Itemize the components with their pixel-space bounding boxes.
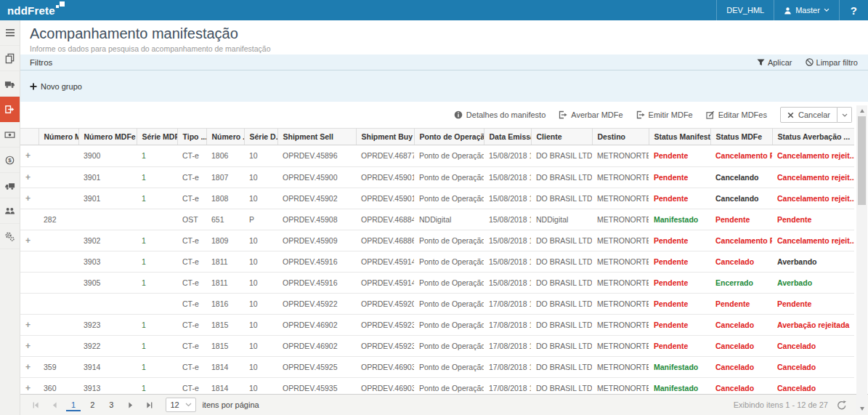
cell-cliente: DO BRASIL LTDA-GU... — [531, 251, 592, 272]
column-header-cliente[interactable]: Cliente — [531, 129, 592, 145]
pager-page-2[interactable]: 2 — [85, 398, 100, 411]
column-header-numero[interactable]: Número ... — [206, 129, 244, 145]
pager-prev-button[interactable] — [45, 402, 64, 408]
column-header-data_emissao[interactable]: Data Emissã... — [484, 129, 531, 145]
table-row[interactable]: 39001CT-e180610OPRDEV.45896OPRDEV.46877P… — [20, 145, 854, 166]
apply-filter-button[interactable]: Aplicar — [757, 58, 792, 67]
help-button[interactable]: ? — [839, 0, 868, 20]
cell-shipment_sell: OPRDEV.45902 — [277, 188, 356, 209]
grid-rows-viewport: 39001CT-e180610OPRDEV.45896OPRDEV.46877P… — [20, 145, 868, 394]
cancel-dropdown-button[interactable] — [837, 107, 852, 123]
table-row[interactable]: 39231CT-e181510OPRDEV.46902OPRDEV.45923P… — [20, 314, 854, 335]
manifest-details-button[interactable]: Detalhes do manifesto — [454, 110, 545, 119]
cell-numero_manifestacao: 359 — [38, 356, 78, 377]
cell-data_emissao: 15/08/2018 1... — [484, 230, 531, 251]
cell-cliente: DO BRASIL LTDA-GU... — [531, 314, 592, 335]
scroll-up-arrow[interactable] — [856, 105, 867, 116]
cell-numero_manifestacao: 282 — [38, 209, 78, 230]
column-header-shipment_sell[interactable]: Shipment Sell — [277, 129, 356, 145]
expand-row-button[interactable] — [20, 335, 38, 356]
sidebar-item-payment[interactable] — [0, 122, 20, 148]
cell-shipment_buy: OPRDEV.46903 — [356, 356, 414, 377]
hamburger-menu-icon — [5, 28, 15, 37]
table-row[interactable]: 39011CT-e180810OPRDEV.45902OPRDEV.45901P… — [20, 188, 854, 209]
grid-body-table: 39001CT-e180610OPRDEV.45896OPRDEV.46877P… — [20, 145, 854, 394]
cell-cliente: DO BRASIL LTDA-GU... — [531, 272, 592, 293]
page-size-select[interactable]: 12 — [166, 398, 196, 412]
pager-last-button[interactable] — [139, 402, 158, 408]
sidebar-item-manifest[interactable] — [0, 97, 20, 122]
cancel-button[interactable]: Cancelar — [780, 107, 837, 123]
cell-status_averbacao: Cancelamento rejeit... — [772, 188, 854, 209]
expand-row-button[interactable] — [20, 166, 38, 188]
averbar-mdfe-button[interactable]: Averbar MDFe — [559, 110, 622, 119]
cell-numero_manifestacao — [38, 188, 78, 209]
column-header-ponto_operacao[interactable]: Ponto de Operação — [414, 129, 484, 145]
sidebar-item-delivery[interactable] — [0, 173, 20, 198]
cell-status_averbacao: Averbando — [772, 251, 854, 272]
emitir-mdfe-button[interactable]: Emitir MDFe — [636, 110, 693, 119]
pager-page-1[interactable]: 1 — [66, 398, 81, 411]
scroll-down-arrow[interactable] — [856, 403, 867, 414]
scrollbar-thumb[interactable] — [858, 116, 866, 205]
sidebar-item-freight[interactable] — [0, 71, 20, 97]
cell-numero_manifestacao — [38, 166, 78, 188]
table-row[interactable]: 39221CT-e181510OPRDEV.46902OPRDEV.45923P… — [20, 335, 854, 356]
column-header-numero_mdfe[interactable]: Número MDFe — [78, 129, 137, 145]
column-header-tipo[interactable]: Tipo ... — [177, 129, 206, 145]
table-row[interactable]: CT-e181610OPRDEV.45922OPRDEV.45920Ponto … — [20, 293, 854, 314]
expand-row-button[interactable] — [20, 145, 38, 166]
editar-mdfes-button[interactable]: Editar MDFes — [706, 110, 767, 119]
column-header-destino[interactable]: Destino — [592, 129, 649, 145]
table-row[interactable]: 39011CT-e180710OPRDEV.45900OPRDEV.45901P… — [20, 166, 854, 188]
pager-page-3[interactable]: 3 — [104, 398, 118, 411]
column-header-status_averbacao[interactable]: Status Averbação ... — [772, 129, 854, 145]
cell-ponto_operacao: Ponto de Operação ... — [414, 314, 484, 335]
cell-shipment_sell: OPRDEV.45909 — [277, 230, 356, 251]
sidebar-item-settings[interactable] — [0, 224, 20, 249]
pager-first-button[interactable] — [26, 402, 45, 408]
expand-row-button[interactable] — [20, 314, 38, 335]
table-row[interactable]: 36039131CT-e181410OPRDEV.45935OPRDEV.469… — [20, 377, 854, 394]
cell-status_averbacao: Pendente — [772, 209, 854, 230]
sidebar-item-menu[interactable] — [0, 20, 20, 46]
new-group-button[interactable]: Novo grupo — [30, 82, 82, 91]
cell-shipment_sell: OPRDEV.45922 — [277, 293, 356, 314]
expand-row-button[interactable] — [20, 356, 38, 377]
sidebar-item-documents[interactable] — [0, 46, 20, 71]
cell-data_emissao: 15/08/2018 1... — [484, 251, 531, 272]
cell-shipment_buy: OPRDEV.46903 — [356, 377, 414, 394]
cell-shipment_sell: OPRDEV.45900 — [277, 166, 356, 188]
column-header-shipment_buy[interactable]: Shipment Buy — [356, 129, 414, 145]
cell-data_emissao: 17/08/2018 1... — [484, 356, 531, 377]
table-row[interactable]: 282OST651POPRDEV.45908OPRDEV.46884NDDigi… — [20, 209, 854, 230]
column-header-status_mdfe[interactable]: Status MDFe — [710, 129, 772, 145]
expand-row-button[interactable] — [20, 230, 38, 251]
table-row[interactable]: 39021CT-e180910OPRDEV.45909OPRDEV.46886P… — [20, 230, 854, 251]
cell-numero: 1811 — [206, 272, 244, 293]
cell-serie_mdfe: 1 — [137, 272, 177, 293]
clear-filter-button[interactable]: Limpar filtro — [806, 58, 858, 67]
expand-row-button[interactable] — [20, 377, 38, 394]
app-logo[interactable]: nddFrete — [7, 4, 65, 17]
refresh-button[interactable] — [837, 400, 846, 410]
cell-numero_mdfe: 3901 — [78, 188, 137, 209]
column-header-serie_d[interactable]: Série D... — [244, 129, 277, 145]
expand-row-button[interactable] — [20, 188, 38, 209]
table-row[interactable]: 39051CT-e181110OPRDEV.45916OPRDEV.45914P… — [20, 272, 854, 293]
table-row[interactable]: 35939141CT-e181410OPRDEV.45925OPRDEV.469… — [20, 356, 854, 377]
cell-status_manifesto: Pendente — [649, 335, 710, 356]
table-row[interactable]: 39031CT-e181110OPRDEV.45916OPRDEV.45914P… — [20, 251, 854, 272]
user-menu[interactable]: Master — [774, 0, 839, 20]
sidebar-item-billing[interactable]: $ — [0, 148, 20, 173]
cell-serie_d: 10 — [244, 145, 277, 166]
cell-serie_mdfe: 1 — [137, 335, 177, 356]
cell-serie_mdfe: 1 — [137, 230, 177, 251]
column-header-serie_mdfe[interactable]: Série MDFe — [137, 129, 177, 145]
vertical-scrollbar[interactable] — [856, 105, 867, 414]
pager-next-button[interactable] — [121, 402, 139, 408]
sidebar-item-users[interactable] — [0, 198, 20, 224]
column-header-numero_manifestacao[interactable]: Número Mani... — [38, 129, 78, 145]
cell-numero_mdfe: 3923 — [78, 314, 137, 335]
column-header-status_manifesto[interactable]: Status Manifesto — [649, 129, 710, 145]
